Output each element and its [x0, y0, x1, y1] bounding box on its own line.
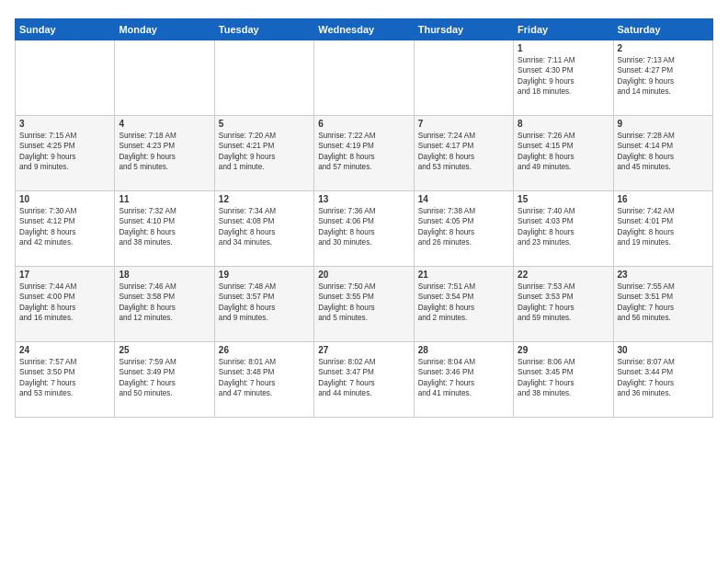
day-info: Sunrise: 7:42 AM Sunset: 4:01 PM Dayligh…: [618, 206, 709, 248]
day-header-tuesday: Tuesday: [214, 19, 313, 40]
day-number: 27: [318, 345, 409, 355]
calendar-cell: 29Sunrise: 8:06 AM Sunset: 3:45 PM Dayli…: [514, 342, 613, 418]
header: General Blue: [15, 11, 713, 13]
calendar-cell: 28Sunrise: 8:04 AM Sunset: 3:46 PM Dayli…: [414, 342, 513, 418]
day-number: 17: [19, 270, 110, 280]
day-number: 18: [119, 270, 210, 280]
calendar-cell: 24Sunrise: 7:57 AM Sunset: 3:50 PM Dayli…: [16, 342, 115, 418]
calendar-cell: 11Sunrise: 7:32 AM Sunset: 4:10 PM Dayli…: [115, 191, 214, 267]
day-number: 8: [518, 119, 609, 129]
calendar-week-3: 10Sunrise: 7:30 AM Sunset: 4:12 PM Dayli…: [16, 191, 713, 267]
day-header-monday: Monday: [115, 19, 214, 40]
day-info: Sunrise: 7:32 AM Sunset: 4:10 PM Dayligh…: [119, 206, 210, 248]
calendar-cell: 17Sunrise: 7:44 AM Sunset: 4:00 PM Dayli…: [16, 267, 115, 342]
calendar-cell: [214, 40, 313, 116]
day-number: 13: [318, 194, 409, 204]
calendar-container: General Blue SundayMondayTuesdayWednesda…: [0, 0, 728, 425]
day-info: Sunrise: 8:06 AM Sunset: 3:45 PM Dayligh…: [518, 357, 609, 399]
day-number: 10: [19, 194, 110, 204]
day-number: 29: [518, 345, 609, 355]
calendar-cell: 10Sunrise: 7:30 AM Sunset: 4:12 PM Dayli…: [16, 191, 115, 267]
day-number: 6: [318, 119, 409, 129]
calendar-cell: 27Sunrise: 8:02 AM Sunset: 3:47 PM Dayli…: [314, 342, 414, 418]
day-info: Sunrise: 7:51 AM Sunset: 3:54 PM Dayligh…: [418, 282, 509, 324]
calendar-cell: [115, 40, 214, 116]
calendar-cell: 21Sunrise: 7:51 AM Sunset: 3:54 PM Dayli…: [414, 267, 513, 342]
calendar-cell: 26Sunrise: 8:01 AM Sunset: 3:48 PM Dayli…: [214, 342, 313, 418]
calendar-cell: [16, 40, 115, 116]
day-info: Sunrise: 7:30 AM Sunset: 4:12 PM Dayligh…: [19, 206, 110, 248]
day-number: 7: [418, 119, 509, 129]
day-number: 24: [19, 345, 110, 355]
day-number: 21: [418, 270, 509, 280]
day-number: 11: [119, 194, 210, 204]
day-info: Sunrise: 7:44 AM Sunset: 4:00 PM Dayligh…: [19, 282, 110, 324]
calendar-week-2: 3Sunrise: 7:15 AM Sunset: 4:25 PM Daylig…: [16, 116, 713, 191]
calendar-week-5: 24Sunrise: 7:57 AM Sunset: 3:50 PM Dayli…: [16, 342, 713, 418]
day-info: Sunrise: 7:26 AM Sunset: 4:15 PM Dayligh…: [518, 131, 609, 173]
calendar-cell: 12Sunrise: 7:34 AM Sunset: 4:08 PM Dayli…: [214, 191, 313, 267]
day-number: 16: [618, 194, 709, 204]
day-number: 28: [418, 345, 509, 355]
calendar-cell: 20Sunrise: 7:50 AM Sunset: 3:55 PM Dayli…: [314, 267, 414, 342]
calendar-cell: 14Sunrise: 7:38 AM Sunset: 4:05 PM Dayli…: [414, 191, 513, 267]
day-header-sunday: Sunday: [16, 19, 115, 40]
day-number: 19: [219, 270, 310, 280]
calendar-cell: 1Sunrise: 7:11 AM Sunset: 4:30 PM Daylig…: [514, 40, 613, 116]
day-number: 14: [418, 194, 509, 204]
day-number: 4: [119, 119, 210, 129]
calendar-cell: 7Sunrise: 7:24 AM Sunset: 4:17 PM Daylig…: [414, 116, 513, 191]
day-info: Sunrise: 7:59 AM Sunset: 3:49 PM Dayligh…: [119, 357, 210, 399]
day-info: Sunrise: 8:02 AM Sunset: 3:47 PM Dayligh…: [318, 357, 409, 399]
day-number: 2: [618, 43, 709, 53]
day-info: Sunrise: 7:55 AM Sunset: 3:51 PM Dayligh…: [618, 282, 709, 324]
day-info: Sunrise: 7:15 AM Sunset: 4:25 PM Dayligh…: [19, 131, 110, 173]
day-info: Sunrise: 7:53 AM Sunset: 3:53 PM Dayligh…: [518, 282, 609, 324]
day-info: Sunrise: 7:13 AM Sunset: 4:27 PM Dayligh…: [618, 55, 709, 98]
day-info: Sunrise: 7:34 AM Sunset: 4:08 PM Dayligh…: [219, 206, 310, 248]
day-header-thursday: Thursday: [414, 19, 513, 40]
calendar-cell: 13Sunrise: 7:36 AM Sunset: 4:06 PM Dayli…: [314, 191, 414, 267]
day-number: 12: [219, 194, 310, 204]
calendar-header-row: SundayMondayTuesdayWednesdayThursdayFrid…: [16, 19, 713, 40]
calendar-cell: 23Sunrise: 7:55 AM Sunset: 3:51 PM Dayli…: [613, 267, 712, 342]
calendar-cell: 25Sunrise: 7:59 AM Sunset: 3:49 PM Dayli…: [115, 342, 214, 418]
calendar-cell: [414, 40, 513, 116]
day-number: 25: [119, 345, 210, 355]
day-number: 5: [219, 119, 310, 129]
calendar-table: SundayMondayTuesdayWednesdayThursdayFrid…: [15, 18, 713, 418]
day-info: Sunrise: 7:18 AM Sunset: 4:23 PM Dayligh…: [119, 131, 210, 173]
calendar-cell: 15Sunrise: 7:40 AM Sunset: 4:03 PM Dayli…: [514, 191, 613, 267]
day-info: Sunrise: 7:11 AM Sunset: 4:30 PM Dayligh…: [518, 55, 609, 98]
day-header-wednesday: Wednesday: [314, 19, 414, 40]
day-number: 26: [219, 345, 310, 355]
day-header-friday: Friday: [514, 19, 613, 40]
day-number: 20: [318, 270, 409, 280]
calendar-cell: [314, 40, 414, 116]
day-info: Sunrise: 7:22 AM Sunset: 4:19 PM Dayligh…: [318, 131, 409, 173]
calendar-cell: 19Sunrise: 7:48 AM Sunset: 3:57 PM Dayli…: [214, 267, 313, 342]
calendar-cell: 8Sunrise: 7:26 AM Sunset: 4:15 PM Daylig…: [514, 116, 613, 191]
day-info: Sunrise: 7:57 AM Sunset: 3:50 PM Dayligh…: [19, 357, 110, 399]
day-info: Sunrise: 7:20 AM Sunset: 4:21 PM Dayligh…: [219, 131, 310, 173]
day-info: Sunrise: 7:38 AM Sunset: 4:05 PM Dayligh…: [418, 206, 509, 248]
day-info: Sunrise: 7:50 AM Sunset: 3:55 PM Dayligh…: [318, 282, 409, 324]
calendar-cell: 5Sunrise: 7:20 AM Sunset: 4:21 PM Daylig…: [214, 116, 313, 191]
calendar-cell: 18Sunrise: 7:46 AM Sunset: 3:58 PM Dayli…: [115, 267, 214, 342]
calendar-week-4: 17Sunrise: 7:44 AM Sunset: 4:00 PM Dayli…: [16, 267, 713, 342]
calendar-cell: 16Sunrise: 7:42 AM Sunset: 4:01 PM Dayli…: [613, 191, 712, 267]
calendar-cell: 2Sunrise: 7:13 AM Sunset: 4:27 PM Daylig…: [613, 40, 712, 116]
calendar-week-1: 1Sunrise: 7:11 AM Sunset: 4:30 PM Daylig…: [16, 40, 713, 116]
calendar-cell: 30Sunrise: 8:07 AM Sunset: 3:44 PM Dayli…: [613, 342, 712, 418]
calendar-cell: 4Sunrise: 7:18 AM Sunset: 4:23 PM Daylig…: [115, 116, 214, 191]
calendar-cell: 22Sunrise: 7:53 AM Sunset: 3:53 PM Dayli…: [514, 267, 613, 342]
calendar-cell: 9Sunrise: 7:28 AM Sunset: 4:14 PM Daylig…: [613, 116, 712, 191]
day-number: 30: [618, 345, 709, 355]
day-number: 1: [518, 43, 609, 53]
day-number: 23: [618, 270, 709, 280]
day-number: 22: [518, 270, 609, 280]
calendar-cell: 3Sunrise: 7:15 AM Sunset: 4:25 PM Daylig…: [16, 116, 115, 191]
day-number: 3: [19, 119, 110, 129]
day-info: Sunrise: 7:46 AM Sunset: 3:58 PM Dayligh…: [119, 282, 210, 324]
day-info: Sunrise: 7:40 AM Sunset: 4:03 PM Dayligh…: [518, 206, 609, 248]
